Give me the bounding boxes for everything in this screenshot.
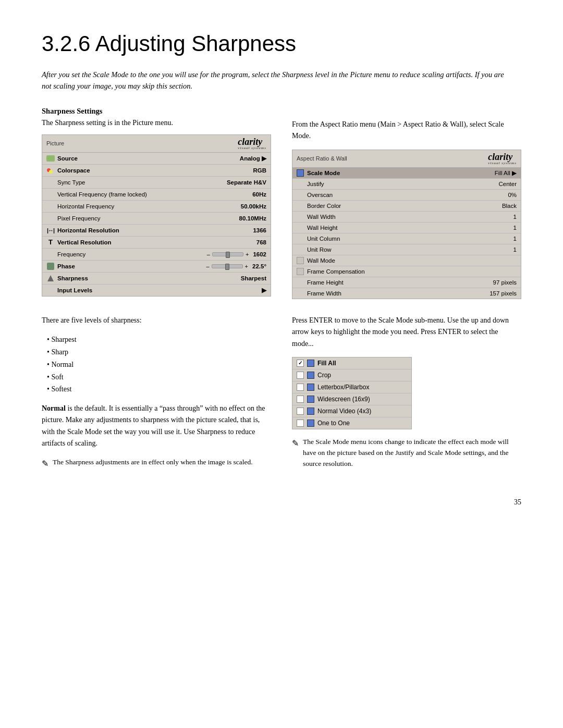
page-number: 35 [42,498,521,507]
left-column: The Sharpness setting is in the Picture … [42,119,271,302]
section-heading: Sharpness Settings [42,107,521,116]
bottom-section: There are five levels of sharpness: Shar… [42,315,521,478]
ar-row-framecomp: Frame Compensation [292,266,521,277]
note-icon-1: ✎ [42,458,48,471]
right-text-2: Press ENTER to move to the Scale Mode su… [292,315,521,350]
bullet-sharp: Sharp [47,346,271,359]
bullet-softest: Softest [47,383,271,396]
body-text-1: There are five levels of sharpness: [42,315,271,326]
bottom-right: Press ENTER to move to the Scale Mode su… [292,315,521,477]
sharpness-text: The Sharpness setting is in the Picture … [42,119,271,127]
fill-all-checkbox: ✓ [297,360,304,367]
ar-row-unitcol: Unit Column 1 [292,233,521,244]
menu-row-sharpness: Sharpness Sharpest [42,273,271,285]
right-column: From the Aspect Ratio menu (Main > Aspec… [292,119,521,304]
menu-row-vres: T Vertical Resolution 768 [42,237,271,249]
svg-marker-0 [47,275,54,281]
crop-checkbox [297,372,304,379]
note-1: ✎ The Sharpness adjustments are in effec… [42,457,271,471]
colorspace-icon [46,166,55,175]
clarity-logo-aspect: clarity visual systems [488,152,517,165]
ar-row-justify: Justify Center [292,179,521,190]
phase-icon [46,262,55,270]
picture-menu: Picture clarity visual systems Source An… [42,134,271,297]
scale-popup-row-onetoone: One to One [292,417,411,429]
menu-row-hres: |↔| Horizontal Resolution 1366 [42,225,271,237]
hres-icon: |↔| [46,226,55,235]
frequency-slider: – + 1602 [207,251,266,257]
right-text-1: From the Aspect Ratio menu (Main > Aspec… [292,119,521,142]
menu-row-colorspace: Colorspace RGB [42,165,271,177]
widescreen-icon [307,396,314,403]
vfreq-icon [46,190,55,199]
page-title: 3.2.6 Adjusting Sharpness [42,31,521,56]
note-icon-2: ✎ [292,437,299,450]
scale-popup-row-letterbox: Letterbox/Pillarbox [292,381,411,393]
crop-icon [307,372,314,379]
hfreq-icon [46,202,55,211]
body-text-2: Normal is the default. It is essentially… [42,403,271,450]
bullet-soft: Soft [47,371,271,384]
bullet-list: Sharpest Sharp Normal Soft Softest [42,334,271,396]
ar-row-frameheight: Frame Height 97 pixels [292,277,521,288]
ar-row-unitrow: Unit Row 1 [292,244,521,255]
intro-text: After you set the Scale Mode to the one … [42,69,511,92]
ar-row-bordercolor: Border Color Black [292,201,521,212]
pixfreq-icon [46,214,55,223]
scale-popup-row-fillall: ✓ Fill All [292,357,411,369]
frequency-icon [46,250,55,258]
normalvideo-icon [307,408,314,415]
ar-row-overscan: Overscan 0% [292,190,521,201]
ar-row-scalemode: Scale Mode Fill All ▶ [292,168,521,179]
picture-menu-title: Picture [46,140,64,146]
menu-row-inputlevels: Input Levels ▶ [42,285,271,296]
ar-row-wallwidth: Wall Width 1 [292,212,521,223]
menu-row-vfreq: Vertical Frequency (frame locked) 60Hz [42,189,271,201]
inputlevels-icon [46,286,55,294]
aspect-ratio-menu: Aspect Ratio & Wall clarity visual syste… [292,150,521,299]
scale-mode-popup: ✓ Fill All Crop Letterbox/Pillarbox Wid [292,357,412,429]
ar-row-wallmode: Wall Mode [292,255,521,266]
vres-icon: T [46,238,55,246]
bottom-left: There are five levels of sharpness: Shar… [42,315,271,478]
normalvideo-checkbox [297,408,304,415]
picture-menu-header: Picture clarity visual systems [42,135,271,153]
scale-popup-row-crop: Crop [292,369,411,381]
bullet-sharpest: Sharpest [47,334,271,346]
letterbox-checkbox [297,384,304,391]
synctype-icon [46,178,55,187]
sharpness-icon [46,274,55,282]
scale-popup-row-normalvideo: Normal Video (4x3) [292,405,411,417]
onetoone-checkbox [297,419,304,427]
source-icon [46,154,55,163]
widescreen-checkbox [297,396,304,403]
ar-row-framewidth: Frame Width 157 pixels [292,288,521,299]
clarity-logo-picture: clarity visual systems [238,137,266,150]
menu-row-frequency: Frequency – + 1602 [42,249,271,261]
note-2: ✎ The Scale Mode menu icons change to in… [292,437,521,470]
scale-popup-row-widescreen: Widescreen (16x9) [292,393,411,405]
aspect-menu-header: Aspect Ratio & Wall clarity visual syste… [292,150,521,168]
bullet-normal: Normal [47,359,271,371]
onetoone-icon [307,419,314,427]
menu-row-source: Source Analog ▶ [42,153,271,165]
ar-row-wallheight: Wall Height 1 [292,223,521,233]
menu-row-hfreq: Horizontal Frequency 50.00kHz [42,201,271,213]
menu-row-phase: Phase – + 22.5° [42,261,271,273]
fill-all-icon [307,360,314,367]
menu-row-synctype: Sync Type Separate H&V [42,177,271,189]
aspect-menu-title: Aspect Ratio & Wall [297,155,347,162]
two-column-layout: The Sharpness setting is in the Picture … [42,119,521,304]
letterbox-icon [307,384,314,391]
phase-slider: – + 22.5° [206,263,266,269]
menu-row-pixfreq: Pixel Frequency 80.10MHz [42,213,271,225]
